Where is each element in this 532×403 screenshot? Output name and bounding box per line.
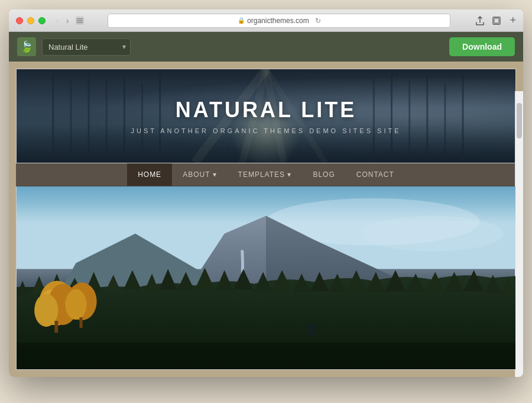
mountain-svg: [17, 186, 515, 369]
scrollbar-thumb[interactable]: [517, 103, 522, 138]
share-button[interactable]: [474, 15, 486, 27]
svg-rect-12: [373, 78, 375, 163]
new-window-button[interactable]: +: [510, 14, 516, 27]
svg-rect-9: [124, 75, 125, 163]
leaf-logo: 🍃: [17, 37, 36, 56]
forward-arrow[interactable]: ›: [64, 15, 72, 27]
site-nav: HOME ABOUT ▾ TEMPLATES ▾ BLOG CONTACT: [16, 163, 516, 186]
svg-rect-4: [494, 18, 499, 23]
svg-rect-6: [70, 81, 72, 163]
svg-rect-16: [444, 84, 446, 163]
svg-point-35: [307, 324, 310, 327]
lock-icon: 🔒: [238, 17, 245, 24]
scrollbar[interactable]: [515, 91, 523, 377]
url-text: organicthemes.com: [247, 17, 309, 25]
download-button[interactable]: Download: [449, 37, 515, 56]
hero-subtitle: JUST ANOTHER ORGANIC THEMES DEMO SITES S…: [131, 127, 401, 134]
site-hero: NATURAL LITE JUST ANOTHER ORGANIC THEMES…: [16, 69, 516, 163]
hero-title: NATURAL LITE: [176, 98, 357, 122]
nav-arrows: ‹ ›: [54, 15, 71, 27]
svg-point-37: [312, 325, 315, 328]
svg-rect-30: [54, 321, 58, 333]
titlebar: ‹ › 🔒 organicthemes.com ↻ +: [9, 9, 523, 32]
nav-item-templates[interactable]: TEMPLATES ▾: [228, 163, 303, 186]
svg-rect-14: [408, 81, 410, 163]
svg-rect-15: [426, 75, 428, 163]
app-toolbar: 🍃 Natural Lite Download: [9, 32, 523, 62]
minimize-button[interactable]: [27, 17, 34, 24]
browser-window: ‹ › 🔒 organicthemes.com ↻ + 🍃: [9, 9, 523, 377]
svg-rect-0: [77, 18, 83, 20]
nav-item-home[interactable]: HOME: [127, 163, 172, 186]
svg-rect-5: [52, 75, 54, 163]
svg-rect-33: [80, 317, 83, 328]
svg-rect-36: [312, 328, 315, 336]
svg-point-32: [65, 289, 86, 320]
svg-rect-10: [141, 84, 143, 163]
svg-point-24: [361, 216, 504, 252]
nav-item-contact[interactable]: CONTACT: [346, 163, 405, 186]
new-tab-button[interactable]: [491, 15, 502, 27]
svg-rect-2: [77, 22, 83, 23]
reload-icon[interactable]: ↻: [315, 17, 321, 25]
theme-selector[interactable]: Natural Lite: [42, 38, 131, 56]
svg-rect-8: [106, 78, 108, 163]
maximize-button[interactable]: [38, 17, 46, 24]
main-hero-image: [16, 186, 516, 370]
theme-selector-wrapper[interactable]: Natural Lite: [42, 38, 131, 56]
browser-body: NATURAL LITE JUST ANOTHER ORGANIC THEMES…: [9, 62, 523, 377]
svg-rect-1: [77, 20, 83, 21]
traffic-lights: [16, 17, 46, 24]
svg-rect-11: [159, 74, 161, 163]
address-bar[interactable]: 🔒 organicthemes.com ↻: [108, 14, 450, 28]
titlebar-right: +: [474, 14, 516, 27]
svg-rect-17: [462, 74, 464, 163]
svg-rect-13: [391, 72, 392, 163]
nav-item-about[interactable]: ABOUT ▾: [172, 163, 227, 186]
nav-item-blog[interactable]: BLOG: [302, 163, 345, 186]
svg-rect-7: [88, 72, 90, 163]
leaf-icon: 🍃: [20, 40, 33, 53]
close-button[interactable]: [16, 17, 23, 24]
site-content: NATURAL LITE JUST ANOTHER ORGANIC THEMES…: [9, 62, 523, 377]
window-layout-btn[interactable]: [76, 17, 84, 25]
back-arrow[interactable]: ‹: [54, 15, 61, 27]
svg-rect-34: [307, 327, 310, 335]
